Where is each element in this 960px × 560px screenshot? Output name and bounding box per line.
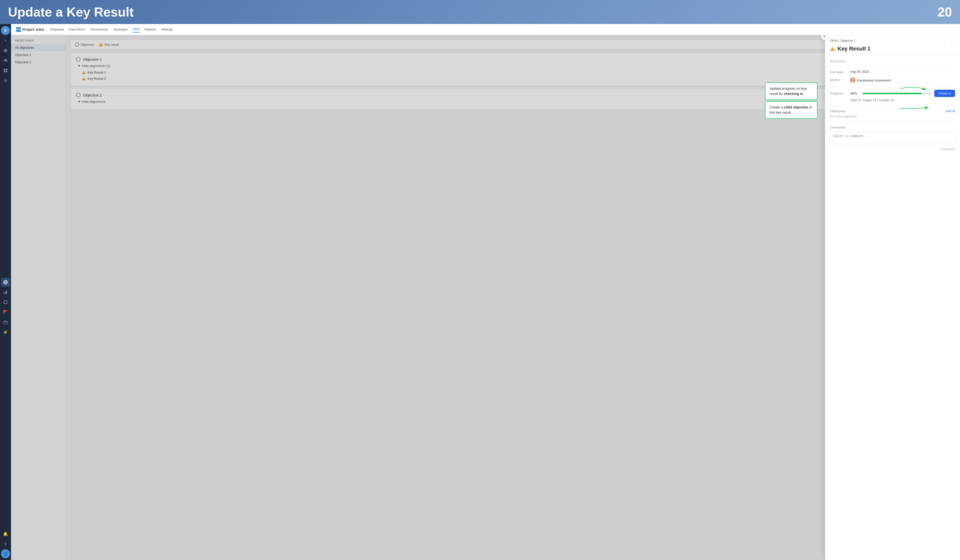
filter-key-result[interactable]: Key result bbox=[99, 43, 119, 46]
objective-circle-icon bbox=[75, 43, 79, 46]
no-child-objectives: No child objectives bbox=[830, 115, 955, 118]
sidebar-item-objective2[interactable]: Objective 2 bbox=[11, 59, 66, 66]
bottom-avatar-icon[interactable]: 👤 bbox=[1, 549, 10, 558]
sidebar-item-objective1[interactable]: Objective 1 bbox=[11, 51, 66, 59]
svg-rect-16 bbox=[4, 321, 7, 324]
key-result-1-item[interactable]: Key Result 1 bbox=[76, 69, 950, 75]
description-row: Description bbox=[830, 59, 955, 63]
nav-brand: JULES Project Jules bbox=[16, 27, 44, 32]
svg-point-21 bbox=[852, 79, 854, 81]
svg-point-11 bbox=[5, 282, 6, 283]
objectives-label: OBJECTIVES bbox=[11, 39, 66, 44]
svg-rect-8 bbox=[6, 71, 7, 72]
brand-name: Project Jules bbox=[22, 27, 44, 32]
alignments-toggle-1[interactable]: Hide alignments (2) bbox=[76, 64, 950, 68]
brand-logo: JULES bbox=[16, 27, 21, 32]
filter-objective[interactable]: Objective bbox=[75, 43, 94, 46]
panel-title: Key Result 1 bbox=[837, 45, 870, 52]
svg-point-4 bbox=[6, 59, 7, 61]
filter-objective-label: Objective bbox=[80, 43, 94, 46]
svg-rect-1 bbox=[4, 50, 7, 51]
objectives-section: Objectives Add ⊕ No child objectives bbox=[830, 109, 955, 118]
objective-1-title: Objective 1 bbox=[83, 57, 102, 61]
comments-title: Comments bbox=[830, 125, 955, 129]
svg-rect-6 bbox=[6, 69, 7, 70]
progress-bar-fill bbox=[862, 93, 922, 94]
box-icon[interactable] bbox=[1, 298, 10, 307]
svg-rect-15 bbox=[4, 301, 7, 304]
people-icon[interactable] bbox=[1, 56, 10, 65]
svg-point-3 bbox=[4, 59, 6, 61]
alignments-toggle-2[interactable]: Hide alignments bbox=[76, 100, 950, 104]
nav-bar: JULES Project Jules Requests Data Room P… bbox=[11, 24, 960, 35]
svg-rect-2 bbox=[4, 51, 7, 52]
nav-okr[interactable]: OKR bbox=[133, 26, 139, 32]
layers-icon[interactable] bbox=[1, 46, 10, 55]
due-date-label: Due date: bbox=[830, 70, 850, 74]
comment-button[interactable]: Comment bbox=[941, 147, 955, 151]
objectives-section-header: Objectives Add ⊕ bbox=[830, 109, 955, 113]
owner-label: Owner: bbox=[830, 77, 850, 82]
flag-icon[interactable]: 🚩 bbox=[1, 308, 10, 317]
panel-breadcrumb: OKRs / Objective 1 bbox=[830, 39, 955, 43]
nav-settings[interactable]: Settings bbox=[161, 27, 173, 32]
description-value: Description bbox=[830, 59, 846, 63]
objective-2-header: Objective 2 bbox=[76, 93, 950, 97]
chart-icon[interactable] bbox=[1, 288, 10, 297]
grid-icon[interactable] bbox=[1, 66, 10, 75]
header-banner: Update a Key Result 20 bbox=[0, 0, 960, 24]
nav-requests[interactable]: Requests bbox=[50, 27, 64, 32]
owner-name: Kanstantsin Husarevich bbox=[857, 78, 891, 82]
app-container: D » ⚙ 🚩 ⚡ 🔔 ℹ 👤 bbox=[0, 24, 960, 560]
comment-btn-row: Comment bbox=[830, 147, 955, 151]
filter-key-result-label: Key result bbox=[104, 43, 119, 46]
comments-section: Comments Comment bbox=[830, 125, 955, 151]
user-avatar-icon[interactable]: D bbox=[1, 26, 10, 35]
page-number: 20 bbox=[938, 5, 952, 19]
lightning-icon[interactable]: ⚡ bbox=[1, 328, 10, 337]
double-arrow-icon[interactable]: » bbox=[1, 36, 10, 45]
comment-input[interactable] bbox=[830, 131, 955, 144]
svg-rect-5 bbox=[4, 69, 5, 70]
add-icon: ⊕ bbox=[952, 109, 955, 113]
checkin-button[interactable]: Check in bbox=[934, 90, 955, 97]
settings-icon[interactable]: ⚙ bbox=[1, 76, 10, 85]
svg-rect-7 bbox=[4, 71, 5, 72]
info-icon[interactable]: ℹ bbox=[1, 539, 10, 548]
key-result-triangle-icon bbox=[99, 43, 103, 46]
nav-reports[interactable]: Reports bbox=[145, 27, 156, 32]
objective-2-card: Objective 2 Hide alignments bbox=[71, 89, 955, 109]
objective-2-title: Objective 2 bbox=[83, 93, 102, 97]
filter-bar: Objective Key result bbox=[71, 40, 955, 49]
main-content: OBJECTIVES All objectives Objective 1 Ob… bbox=[11, 35, 960, 560]
bell-icon[interactable]: 🔔 bbox=[1, 529, 10, 538]
owner-avatar bbox=[850, 77, 856, 83]
add-label: Add bbox=[946, 109, 951, 113]
nav-permissions[interactable]: Permissions bbox=[91, 27, 108, 32]
arrow-down-icon bbox=[78, 65, 80, 67]
panel-more-button[interactable]: ··· bbox=[951, 39, 956, 44]
progress-metrics: Start: 8 • Target: 15 • Current: 14 bbox=[830, 99, 955, 102]
nav-synergies[interactable]: Synergies bbox=[113, 27, 128, 32]
calendar-icon[interactable] bbox=[1, 318, 10, 327]
progress-bar-track bbox=[862, 93, 931, 94]
tooltip-child-objective: Create a child objective to this key res… bbox=[765, 101, 818, 119]
icon-sidebar: D » ⚙ 🚩 ⚡ 🔔 ℹ 👤 bbox=[0, 24, 11, 560]
add-button[interactable]: Add ⊕ bbox=[946, 109, 955, 113]
kr2-triangle-icon bbox=[82, 77, 85, 80]
sidebar-item-all-objectives[interactable]: All objectives bbox=[11, 44, 66, 51]
alignments-label-1: Hide alignments (2) bbox=[82, 64, 110, 68]
nav-data-room[interactable]: Data Room bbox=[69, 27, 85, 32]
due-date-row: Due date: Aug 19, 2022 bbox=[830, 70, 955, 74]
tooltip-checkin: Update progress on key result by checkin… bbox=[765, 83, 818, 100]
progress-label: Progress bbox=[830, 91, 848, 95]
okr-icon[interactable] bbox=[1, 278, 10, 287]
key-result-2-item[interactable]: Key Result 2 bbox=[76, 75, 950, 82]
objective-1-card: Objective 1 Hide alignments (2) Key Resu… bbox=[71, 53, 955, 86]
owner-row: Owner: Kanstantsin Husarevich bbox=[830, 77, 955, 83]
arrow-down-icon-2 bbox=[78, 101, 80, 102]
page-title: Update a Key Result bbox=[8, 5, 134, 19]
svg-rect-0 bbox=[4, 49, 7, 50]
svg-rect-13 bbox=[5, 291, 6, 294]
objective-1-header: Objective 1 bbox=[76, 57, 950, 61]
